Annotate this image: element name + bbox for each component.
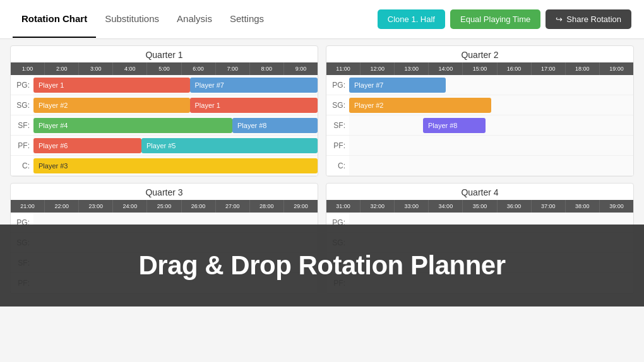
tab-settings[interactable]: Settings bbox=[221, 1, 273, 38]
tick: 24:00 bbox=[113, 200, 147, 213]
tick: 4:00 bbox=[113, 62, 147, 75]
q1-sg-row: SG: Player #2 Player 1 bbox=[11, 95, 318, 115]
clone-half-button[interactable]: Clone 1. Half bbox=[378, 9, 445, 29]
q2-sf-row: SF: Player #8 bbox=[326, 115, 633, 136]
tab-analysis[interactable]: Analysis bbox=[168, 1, 221, 38]
header-buttons: Clone 1. Half Equal Playing Time ↪ Share… bbox=[378, 9, 631, 29]
q2-sf-track[interactable]: Player #8 bbox=[349, 115, 633, 135]
tick: 28:00 bbox=[250, 200, 284, 213]
player-bar[interactable]: Player 1 bbox=[190, 98, 318, 113]
quarter-4-timeline: 31:00 32:00 33:00 34:00 35:00 36:00 37:0… bbox=[326, 200, 633, 213]
tick: 1:00 bbox=[11, 62, 45, 75]
tick: 31:00 bbox=[326, 200, 361, 213]
player-bar[interactable]: Player #7 bbox=[190, 78, 318, 93]
position-label-pf: PF: bbox=[326, 141, 349, 150]
position-label-c: C: bbox=[326, 161, 349, 170]
tick: 34:00 bbox=[429, 200, 463, 213]
tick: 38:00 bbox=[566, 200, 600, 213]
tick: 33:00 bbox=[395, 200, 429, 213]
q1-sg-track[interactable]: Player #2 Player 1 bbox=[33, 95, 318, 115]
tick: 13:00 bbox=[395, 62, 429, 75]
tick: 3:00 bbox=[79, 62, 113, 75]
position-label-pg: PG: bbox=[326, 81, 349, 90]
tick: 8:00 bbox=[250, 62, 284, 75]
q1-pg-row: PG: Player 1 Player #7 bbox=[11, 75, 318, 95]
tick: 2:00 bbox=[45, 62, 79, 75]
tick: 39:00 bbox=[600, 200, 633, 213]
q1-sf-row: SF: Player #4 Player #8 bbox=[11, 115, 318, 136]
player-bar[interactable]: Player #2 bbox=[33, 98, 190, 113]
player-bar[interactable]: Player 1 bbox=[33, 78, 190, 93]
tick: 15:00 bbox=[463, 62, 497, 75]
nav-tabs: Rotation Chart Substitutions Analysis Se… bbox=[13, 1, 273, 38]
tick: 21:00 bbox=[11, 200, 45, 213]
position-label-sg: SG: bbox=[326, 101, 349, 110]
position-label-sf: SF: bbox=[11, 121, 33, 130]
q1-pf-track[interactable]: Player #6 Player #5 bbox=[33, 136, 318, 155]
tick: 37:00 bbox=[532, 200, 566, 213]
tick: 19:00 bbox=[600, 62, 633, 75]
tick: 22:00 bbox=[45, 200, 79, 213]
quarter-1-timeline: 1:00 2:00 3:00 4:00 5:00 6:00 7:00 8:00 … bbox=[11, 62, 318, 75]
q2-pf-row: PF: bbox=[326, 136, 633, 156]
app-header: Rotation Chart Substitutions Analysis Se… bbox=[0, 0, 644, 39]
player-bar[interactable]: Player #8 bbox=[423, 118, 486, 133]
position-label-sf: SF: bbox=[326, 121, 349, 130]
tick: 27:00 bbox=[216, 200, 250, 213]
player-bar[interactable]: Player #8 bbox=[232, 118, 318, 133]
share-rotation-button[interactable]: ↪ Share Rotation bbox=[546, 9, 631, 29]
player-bar[interactable]: Player #5 bbox=[141, 138, 318, 153]
tick: 11:00 bbox=[326, 62, 361, 75]
tick: 16:00 bbox=[498, 62, 532, 75]
overlay-banner: Drag & Drop Rotation Planner bbox=[0, 225, 644, 307]
q2-pg-track[interactable]: Player #7 bbox=[349, 75, 633, 95]
tick: 5:00 bbox=[147, 62, 181, 75]
q1-c-row: C: Player #3 bbox=[11, 156, 318, 176]
tick: 9:00 bbox=[284, 62, 318, 75]
tab-rotation-chart[interactable]: Rotation Chart bbox=[13, 1, 96, 38]
tick: 7:00 bbox=[216, 62, 250, 75]
tick: 23:00 bbox=[79, 200, 113, 213]
tab-substitutions[interactable]: Substitutions bbox=[96, 1, 168, 38]
tick: 26:00 bbox=[182, 200, 216, 213]
position-label-pg: PG: bbox=[11, 81, 33, 90]
position-label-c: C: bbox=[11, 161, 33, 170]
q2-c-track[interactable] bbox=[349, 156, 633, 175]
q1-c-track[interactable]: Player #3 bbox=[33, 156, 318, 175]
quarter-2-block: Quarter 2 11:00 12:00 13:00 14:00 15:00 … bbox=[326, 45, 634, 177]
player-bar[interactable]: Player #2 bbox=[349, 98, 491, 113]
quarter-1-block: Quarter 1 1:00 2:00 3:00 4:00 5:00 6:00 … bbox=[10, 45, 318, 177]
tick: 6:00 bbox=[182, 62, 216, 75]
q2-sg-track[interactable]: Player #2 bbox=[349, 95, 633, 115]
tick: 36:00 bbox=[498, 200, 532, 213]
q2-sg-row: SG: Player #2 bbox=[326, 95, 633, 115]
player-bar[interactable]: Player #7 bbox=[349, 78, 446, 93]
tick: 12:00 bbox=[361, 62, 395, 75]
tick: 35:00 bbox=[463, 200, 497, 213]
share-icon: ↪ bbox=[556, 15, 563, 24]
q2-c-row: C: bbox=[326, 156, 633, 176]
tick: 17:00 bbox=[532, 62, 566, 75]
quarter-2-title: Quarter 2 bbox=[326, 46, 633, 62]
q2-pg-row: PG: Player #7 bbox=[326, 75, 633, 95]
player-bar[interactable]: Player #3 bbox=[33, 158, 318, 173]
quarter-1-title: Quarter 1 bbox=[11, 46, 318, 62]
player-bar[interactable]: Player #4 bbox=[33, 118, 232, 133]
equal-playing-time-button[interactable]: Equal Playing Time bbox=[450, 9, 540, 29]
tick: 18:00 bbox=[566, 62, 600, 75]
q1-pg-track[interactable]: Player 1 Player #7 bbox=[33, 75, 318, 95]
q1-sf-track[interactable]: Player #4 Player #8 bbox=[33, 115, 318, 135]
tick: 14:00 bbox=[429, 62, 463, 75]
position-label-sg: SG: bbox=[11, 101, 33, 110]
q2-pf-track[interactable] bbox=[349, 136, 633, 155]
quarter-3-timeline: 21:00 22:00 23:00 24:00 25:00 26:00 27:0… bbox=[11, 200, 318, 213]
quarter-3-title: Quarter 3 bbox=[11, 184, 318, 200]
quarters-row-1: Quarter 1 1:00 2:00 3:00 4:00 5:00 6:00 … bbox=[10, 45, 634, 177]
q1-pf-row: PF: Player #6 Player #5 bbox=[11, 136, 318, 156]
quarter-2-timeline: 11:00 12:00 13:00 14:00 15:00 16:00 17:0… bbox=[326, 62, 633, 75]
tick: 29:00 bbox=[284, 200, 318, 213]
quarter-4-title: Quarter 4 bbox=[326, 184, 633, 200]
player-bar[interactable]: Player #6 bbox=[33, 138, 141, 153]
position-label-pf: PF: bbox=[11, 141, 33, 150]
tick: 32:00 bbox=[361, 200, 395, 213]
